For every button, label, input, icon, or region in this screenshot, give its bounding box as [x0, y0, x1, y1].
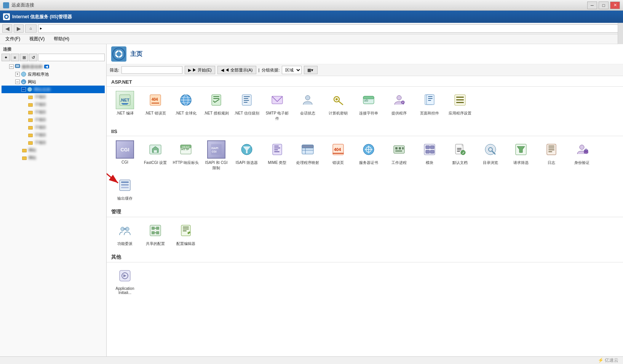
icon-net-error[interactable]: 404 .NET 错误页 — [140, 88, 171, 124]
svg-rect-122 — [121, 187, 129, 188]
icon-http-headers[interactable]: HTTP HEAD HTTP 响应标头 — [171, 138, 201, 173]
tree-apppools-label: 应用程序池 — [28, 72, 49, 77]
icon-app-settings[interactable]: 应用程序设置 — [445, 88, 475, 124]
dir-browse-label: 目录浏览 — [483, 160, 498, 165]
icon-dir-browse[interactable]: 目录浏览 — [475, 138, 506, 173]
icon-shared-config[interactable]: 共享的配置 — [140, 219, 171, 249]
icon-machine-key[interactable]: 计算机密钥 — [323, 88, 353, 124]
tree-sub9[interactable]: 网站 — [2, 154, 105, 162]
folder7-icon — [27, 140, 34, 146]
home-button[interactable]: ⌂ — [25, 24, 37, 33]
sidebar-search[interactable] — [38, 54, 105, 61]
filter-start-btn[interactable]: ▶ ▶ 开始(E) — [185, 66, 215, 74]
svg-rect-128 — [152, 231, 155, 234]
machine-key-icon — [329, 91, 347, 109]
tree-item-apppools[interactable]: + 应用程序池 — [2, 70, 105, 78]
svg-rect-11 — [28, 103, 33, 106]
icon-pages[interactable]: 页面和控件 — [414, 88, 445, 124]
svg-rect-2 — [15, 64, 20, 68]
tree-sub6[interactable]: 子项目 — [2, 131, 105, 139]
tree-sub4[interactable]: 子项目 — [2, 116, 105, 124]
menu-view[interactable]: 视图(V) — [28, 35, 46, 43]
expand-site1[interactable]: ─ — [21, 87, 26, 92]
sidebar-tree-btn[interactable]: ⊞ — [20, 54, 28, 61]
icon-smtp[interactable]: SMTP 电子邮件 — [262, 88, 292, 124]
conn-strings-label: 连接字符串 — [359, 111, 378, 116]
svg-point-8 — [27, 87, 32, 92]
default-doc-icon: ✓ — [451, 140, 469, 159]
icon-net-global[interactable]: .NET 全球化 — [171, 88, 201, 124]
icon-fastcgi[interactable]: FastCGI 设置 — [140, 138, 171, 173]
icon-net-compile[interactable]: .NET .NET 编译 — [110, 88, 140, 124]
net-error-icon: 404 — [146, 91, 165, 109]
svg-text:HEAD: HEAD — [182, 146, 189, 148]
address-bar[interactable]: ▸ — [38, 24, 621, 33]
tree-sub8[interactable]: 网站 — [2, 146, 105, 154]
icon-isapi-filters[interactable]: ISAPI 筛选器 — [232, 138, 262, 173]
sidebar-list-btn[interactable]: ≡ — [11, 54, 19, 61]
filter-showall-btn[interactable]: ◀ ◀ 全部显示(A) — [217, 66, 256, 74]
expand-root[interactable]: ─ — [9, 64, 14, 69]
icon-session[interactable]: 会话状态 — [292, 88, 323, 124]
icon-default-doc[interactable]: ✓ 默认文档 — [445, 138, 475, 173]
back-button[interactable]: ◀ — [2, 24, 12, 33]
tree-item-site1[interactable]: ─ 网站名称 — [2, 86, 105, 93]
icon-net-auth[interactable]: .NET 授权规则 — [201, 88, 232, 124]
content-scroll[interactable]: ASP.NET .NET .NET 编译 — [107, 76, 623, 354]
icon-modules[interactable]: 模块 — [414, 138, 445, 173]
isapi-cgi-label: ISAPI 和 CGI 限制 — [203, 160, 230, 171]
sidebar-new-btn[interactable]: ✦ — [2, 54, 10, 61]
menu-file[interactable]: 文件(F) — [4, 35, 22, 43]
icon-net-trust[interactable]: .NET 信任级别 — [232, 88, 262, 124]
expand-sites[interactable]: ─ — [15, 79, 20, 84]
icon-isapi-cgi[interactable]: ISAPI CGI ISAPI 和 CGI 限制 — [201, 138, 232, 173]
tree-item-root[interactable]: ─ 服务器名称 ◀ — [2, 63, 105, 70]
minimize-button[interactable]: ─ — [587, 2, 597, 9]
forward-button[interactable]: ▶ — [14, 24, 24, 33]
tree-sub2[interactable]: 子项目 — [2, 101, 105, 108]
expand-apppools[interactable]: + — [15, 72, 20, 76]
sub1-label: 子项目 — [35, 94, 46, 100]
svg-text:P: P — [402, 101, 404, 104]
icon-output-cache[interactable]: 输出缓存 — [110, 173, 140, 204]
filter-input[interactable] — [121, 66, 182, 74]
icon-handler[interactable]: 处理程序映射 — [292, 138, 323, 173]
tree-sub5[interactable]: 子项目 — [2, 124, 105, 131]
icon-mime[interactable]: MIME 类型 — [262, 138, 292, 173]
icon-workers[interactable]: 工作进程 — [384, 138, 414, 173]
svg-text:ISAPI: ISAPI — [211, 147, 218, 149]
icon-app-init[interactable]: Application Initiali... — [110, 264, 140, 297]
icon-providers[interactable]: P 提供程序 — [384, 88, 414, 124]
icon-delegation[interactable]: 功能委派 — [110, 219, 140, 249]
icon-cgi[interactable]: CGI CGI — [110, 138, 140, 173]
icon-errors[interactable]: 404 错误页 — [323, 138, 353, 173]
tree-sub7[interactable]: 子项目 — [2, 139, 105, 146]
delegation-icon — [116, 221, 134, 240]
svg-rect-68 — [211, 144, 222, 155]
maximize-button[interactable]: □ — [599, 2, 609, 9]
icon-logging[interactable]: 日志 — [536, 138, 567, 173]
tree-item-sites[interactable]: ─ w 网站 — [2, 78, 105, 86]
svg-rect-91 — [399, 147, 401, 149]
icon-auth[interactable]: 身份验证 — [567, 138, 597, 173]
site1-icon — [27, 86, 33, 92]
icon-config-editor[interactable]: 配置编辑器 — [171, 219, 201, 249]
icon-request-filter[interactable]: 请求筛选 — [506, 138, 536, 173]
group-dropdown[interactable]: 区域 — [282, 66, 302, 74]
sub4-label: 子项目 — [35, 117, 46, 122]
svg-rect-49 — [363, 96, 374, 99]
section-iis: IIS — [107, 126, 623, 136]
tree-sub3[interactable]: 子项目 — [2, 108, 105, 116]
icon-conn-strings[interactable]: ab 连接字符串 — [353, 88, 384, 124]
modules-icon — [420, 140, 439, 159]
sidebar-refresh-btn[interactable]: ↺ — [29, 54, 37, 61]
net-error-label: .NET 错误页 — [145, 111, 166, 116]
menu-help[interactable]: 帮助(H) — [52, 35, 71, 43]
svg-rect-114 — [548, 149, 554, 150]
tree-sub1[interactable]: 子项目 — [2, 93, 105, 101]
icon-ssl[interactable]: 服务器证书 — [353, 138, 384, 173]
svg-rect-18 — [22, 157, 27, 160]
view-btn[interactable]: ▦▾ — [304, 66, 318, 74]
svg-point-43 — [305, 95, 310, 100]
close-button[interactable]: ✕ — [610, 2, 620, 9]
